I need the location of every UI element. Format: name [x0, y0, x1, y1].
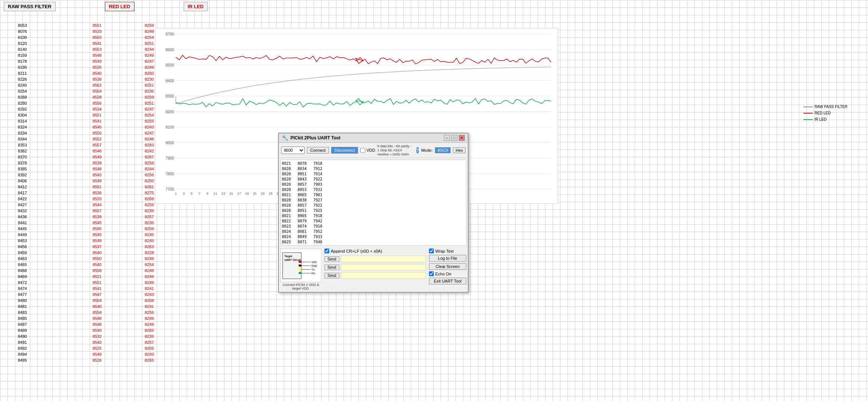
baud-rate-select[interactable]: 9600 19200 38400 57600 115200 — [281, 146, 305, 154]
vdd-check[interactable] — [360, 148, 365, 153]
legend-line-red — [803, 113, 813, 114]
red-value: 8549 — [75, 178, 119, 184]
exit-uart-button[interactable]: Exit UART Tool — [429, 278, 466, 284]
red-value: 8550 — [75, 256, 119, 262]
svg-text:17: 17 — [237, 192, 241, 195]
ir-value: 8259 — [127, 22, 172, 28]
close-button[interactable]: ✕ — [459, 135, 465, 141]
red-value: 8554 — [75, 309, 119, 315]
red-value: 8553 — [75, 46, 119, 52]
ir-value: 8243 — [127, 292, 172, 297]
raw-value: 8226 — [0, 76, 45, 82]
red-value: 8548 — [75, 52, 119, 58]
raw-data-column: 8053807681008120814081598178819582118226… — [0, 22, 45, 363]
connect-button[interactable]: Connect — [307, 147, 329, 154]
ir-value: 8241 — [127, 303, 172, 309]
uart-output-line: 8022 8079 7942 — [282, 219, 465, 224]
svg-text:7900: 7900 — [166, 156, 174, 160]
chart-legend: RAW PASS FILTER RED LED IR LED — [803, 105, 847, 121]
legend-label-red: RED LED — [815, 111, 831, 115]
uart-circuit-diagram: Target UART Circuit VDD GND TX — [280, 249, 321, 290]
uart-output-line: 8021 8065 7901 — [282, 192, 465, 198]
restore-button[interactable]: □ — [451, 135, 457, 141]
wrap-text-label: Wrap Text — [435, 249, 454, 253]
red-value: 8525 — [75, 345, 119, 351]
svg-text:8100: 8100 — [166, 125, 174, 129]
send-button-2[interactable]: Send — [324, 265, 339, 270]
uart-output-line: 8023 8074 7910 — [282, 224, 465, 229]
header-labels: RAW PASS FILTER RED LED IR LED — [0, 2, 208, 11]
red-value: 8543 — [75, 172, 119, 178]
ir-value: 8245 — [127, 232, 172, 238]
uart-output-line: 8020 8053 7932 — [282, 187, 465, 192]
vdd-checkbox[interactable]: VDD — [360, 148, 375, 153]
mode-label: Mode: — [421, 148, 433, 152]
ir-value: 8265 — [127, 327, 172, 333]
ir-value: 8263 — [127, 244, 172, 250]
uart-output-line: 8020 8051 7914 — [282, 172, 465, 177]
raw-value: 8211 — [0, 70, 45, 76]
echo-on-checkbox[interactable] — [429, 271, 434, 276]
svg-rect-50 — [299, 265, 301, 266]
ir-value: 8249 — [127, 315, 172, 321]
raw-value: 8178 — [0, 58, 45, 64]
uart-output-line: 8026 8068 7960 — [282, 245, 465, 246]
uart-output[interactable]: 8021 8078 79188020 8034 79128020 8051 79… — [280, 160, 466, 246]
macro-input-3[interactable] — [341, 272, 426, 279]
raw-value: 8468 — [0, 268, 45, 274]
ir-value: 8243 — [127, 351, 172, 357]
red-value: 8544 — [75, 202, 119, 208]
ir-value: 8256 — [127, 309, 172, 315]
clear-screen-button[interactable]: Clear Screen — [429, 263, 466, 270]
disconnect-button[interactable]: Disconnect — [331, 147, 358, 154]
macro-input-2[interactable] — [341, 264, 426, 271]
uart-output-line: 8021 8065 7918 — [282, 213, 465, 219]
wrap-text-row: Wrap Text — [429, 249, 466, 253]
red-value: 8563 — [75, 34, 119, 40]
red-value: 8541 — [75, 118, 119, 124]
hex-mode-button[interactable]: Hex — [453, 147, 466, 153]
ir-value: 8265 — [127, 357, 172, 363]
red-data-column: 8551853385638541855385488543853585408536… — [75, 22, 119, 363]
send-button-1[interactable]: Send — [324, 256, 339, 262]
help-button[interactable]: ? — [416, 147, 419, 154]
uart-dialog: 🔧 PICkit 2Plus UART Tool ─ □ ✕ 9600 1920… — [278, 133, 469, 293]
send-button-3[interactable]: Send — [324, 273, 339, 278]
raw-value: 8362 — [0, 148, 45, 154]
log-to-file-button[interactable]: Log to File — [429, 255, 466, 262]
svg-text:8400: 8400 — [166, 79, 174, 83]
red-value: 8551 — [75, 280, 119, 286]
ir-led-label: IR LED — [184, 2, 208, 11]
legend-red: RED LED — [803, 111, 847, 115]
red-value: 8551 — [75, 112, 119, 118]
svg-text:15: 15 — [229, 192, 233, 195]
ir-value: 8239 — [127, 333, 172, 339]
ir-value: 8249 — [127, 280, 172, 286]
macro-row-2: Send — [324, 264, 426, 271]
svg-text:8500: 8500 — [166, 63, 174, 67]
macro-input-1[interactable] — [341, 256, 426, 262]
raw-value: 8053 — [0, 22, 45, 28]
wrap-text-checkbox[interactable] — [429, 249, 434, 253]
red-value: 8536 — [75, 190, 119, 196]
minimize-button[interactable]: ─ — [444, 135, 450, 141]
append-crlf-checkbox[interactable] — [324, 249, 329, 253]
ir-value: 8254 — [127, 262, 172, 268]
uart-actions: Wrap Text Log to File Clear Screen Echo … — [429, 249, 466, 290]
ascii-mode-button[interactable]: ASCII — [435, 147, 451, 153]
raw-value: 8449 — [0, 232, 45, 238]
vdd-label: VDD — [366, 148, 375, 152]
ir-value: 8265 — [127, 345, 172, 351]
macros-header: Append CR+LF (x0D + x0A) — [324, 249, 426, 253]
red-value: 8540 — [75, 303, 119, 309]
uart-bottom-section: Target UART Circuit VDD GND TX — [279, 247, 468, 292]
svg-rect-49 — [299, 261, 301, 263]
raw-value: 8417 — [0, 190, 45, 196]
red-value: 8557 — [75, 208, 119, 214]
raw-value: 8334 — [0, 130, 45, 136]
raw-value: 8487 — [0, 321, 45, 327]
ir-value: 8249 — [127, 256, 172, 262]
svg-text:8700: 8700 — [166, 32, 174, 36]
uart-info-text: 8 data bits - No parity - 1 Stop bit. AS… — [377, 144, 414, 156]
svg-text:Target: Target — [284, 255, 293, 258]
